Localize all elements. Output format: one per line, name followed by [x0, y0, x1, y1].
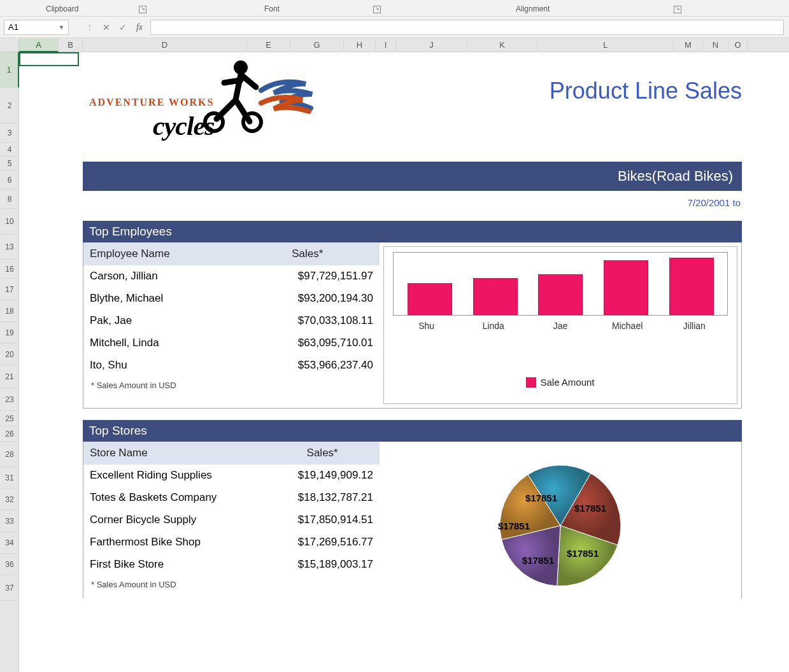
name-box-value: A1	[8, 22, 18, 32]
cell-store-sales: $17,269,516.77	[265, 531, 380, 554]
row-header[interactable]: 23	[0, 388, 19, 411]
formula-input[interactable]	[150, 20, 784, 35]
row-header[interactable]: 20	[0, 344, 19, 365]
chart-bar-label: Jillian	[672, 321, 716, 331]
stores-table: Store Name Sales* Excellent Riding Suppl…	[83, 442, 380, 576]
cell-employee-name: Ito, Shu	[83, 354, 236, 377]
cell-employee-sales: $93,200,194.30	[236, 288, 380, 310]
column-header[interactable]: M	[674, 38, 703, 52]
cell-employee-name: Pak, Jae	[83, 310, 236, 332]
legend-label: Sale Amount	[540, 377, 594, 388]
column-header[interactable]: N	[703, 38, 729, 52]
cell-employee-name: Mitchell, Linda	[83, 332, 236, 354]
chart-bar-label: Linda	[471, 321, 516, 331]
row-header[interactable]: 32	[0, 489, 19, 510]
table-header-row: Employee Name Sales*	[83, 242, 380, 265]
row-header[interactable]: 34	[0, 532, 19, 554]
sheet-canvas[interactable]: ADVENTURE WORKS cycles Product Line Sale…	[19, 52, 789, 672]
row-header[interactable]: 8	[0, 190, 19, 209]
selected-cell[interactable]	[19, 52, 79, 66]
col-employee-name: Employee Name	[83, 242, 236, 265]
row-header[interactable]: 16	[0, 260, 19, 279]
table-row: Mitchell, Linda$63,095,710.01	[83, 332, 380, 354]
row-header[interactable]: 33	[0, 510, 19, 532]
employees-bar-chart: ShuLindaJaeMichaelJillian Sale Amount	[383, 246, 737, 404]
clipboard-launcher-icon[interactable]: ↘	[139, 6, 146, 13]
cancel-formula-button[interactable]: ✕	[98, 20, 115, 35]
ribbon-group-alignment: Alignment	[516, 4, 550, 13]
table-header-row: Store Name Sales*	[83, 442, 380, 465]
table-row: Blythe, Michael$93,200,194.30	[83, 288, 380, 310]
row-header[interactable]: 17	[0, 279, 19, 300]
row-header[interactable]: 5	[0, 157, 19, 171]
row-header[interactable]: 19	[0, 322, 19, 344]
row-header[interactable]: 1	[0, 52, 19, 88]
cell-employee-name: Blythe, Michael	[83, 288, 236, 310]
column-header[interactable]: D	[83, 38, 247, 52]
legend-swatch-icon	[526, 377, 536, 388]
cell-employee-sales: $70,033,108.11	[236, 310, 380, 332]
column-header[interactable]: B	[59, 38, 83, 52]
chart-bar	[538, 274, 583, 315]
row-header[interactable]: 2	[0, 88, 19, 123]
section-body-stores: Store Name Sales* Excellent Riding Suppl…	[83, 442, 742, 598]
col-store-name: Store Name	[83, 442, 265, 465]
select-all-corner[interactable]	[0, 38, 19, 52]
fx-icon[interactable]: fx	[131, 20, 148, 35]
ribbon-group-clipboard: Clipboard	[46, 4, 78, 13]
row-header[interactable]: 36	[0, 554, 19, 575]
name-box[interactable]: A1 ▼	[4, 20, 69, 35]
alignment-launcher-icon[interactable]: ↘	[674, 6, 681, 13]
stores-footnote: * Sales Amount in USD	[83, 576, 380, 593]
row-header[interactable]: 10	[0, 209, 19, 234]
cell-store-sales: $19,149,909.12	[265, 465, 380, 487]
table-row: Corner Bicycle Supply$17,850,914.51	[83, 509, 380, 531]
column-header[interactable]: A	[19, 38, 59, 52]
more-icon[interactable]: ⋮	[82, 20, 98, 35]
column-header[interactable]: E	[247, 38, 290, 52]
cell-store-name: Totes & Baskets Company	[83, 487, 265, 509]
employees-table: Employee Name Sales* Carson, Jillian$97,…	[83, 242, 380, 377]
font-launcher-icon[interactable]: ↘	[373, 6, 381, 13]
cell-employee-name: Carson, Jillian	[83, 265, 236, 288]
chart-bar-label: Jae	[538, 321, 583, 331]
table-row: Carson, Jillian$97,729,151.97	[83, 265, 380, 288]
row-header[interactable]: 26	[0, 426, 19, 442]
cell-employee-sales: $63,095,710.01	[236, 332, 380, 354]
report-container: ADVENTURE WORKS cycles Product Line Sale…	[83, 59, 742, 598]
pie-data-label: $17851	[574, 503, 606, 514]
row-header[interactable]: 21	[0, 365, 19, 388]
column-header[interactable]: J	[396, 38, 467, 52]
report-timespan: 7/20/2001 to	[83, 197, 741, 208]
row-header[interactable]: 6	[0, 171, 19, 190]
category-band: Bikes(Road Bikes)	[83, 162, 742, 191]
column-header[interactable]: K	[467, 38, 537, 52]
column-headers[interactable]: ABDEGHIJKLMNO	[19, 38, 789, 52]
row-header[interactable]: 37	[0, 575, 19, 601]
column-header[interactable]: G	[290, 38, 344, 52]
col-store-sales: Sales*	[265, 442, 380, 465]
stores-pie-chart: $17851$17851$17851$17851$17851	[383, 445, 737, 592]
column-header[interactable]: H	[344, 38, 376, 52]
row-header[interactable]: 18	[0, 300, 19, 322]
enter-formula-button[interactable]: ✓	[115, 20, 131, 35]
cell-employee-sales: $97,729,151.97	[236, 265, 380, 288]
cell-store-name: First Bike Store	[83, 554, 265, 576]
row-header[interactable]: 25	[0, 411, 19, 426]
row-header[interactable]: 3	[0, 123, 19, 143]
cell-store-name: Corner Bicycle Supply	[83, 509, 265, 531]
chevron-down-icon[interactable]: ▼	[59, 24, 64, 31]
column-header[interactable]: I	[376, 38, 396, 52]
row-header[interactable]: 28	[0, 442, 19, 467]
column-header[interactable]: L	[537, 38, 674, 52]
ribbon-group-font: Font	[264, 4, 280, 13]
bar-chart-legend: Sale Amount	[384, 377, 737, 388]
row-header[interactable]: 4	[0, 143, 19, 157]
row-headers[interactable]: 1234568101316171819202123252628313233343…	[0, 52, 19, 672]
row-header[interactable]: 13	[0, 234, 19, 260]
cell-employee-sales: $53,966,237.40	[236, 354, 380, 377]
row-header[interactable]: 31	[0, 467, 19, 489]
column-header[interactable]: O	[729, 38, 748, 52]
chart-bar	[604, 260, 648, 315]
spreadsheet-grid[interactable]: ABDEGHIJKLMNO 12345681013161718192021232…	[0, 38, 789, 672]
